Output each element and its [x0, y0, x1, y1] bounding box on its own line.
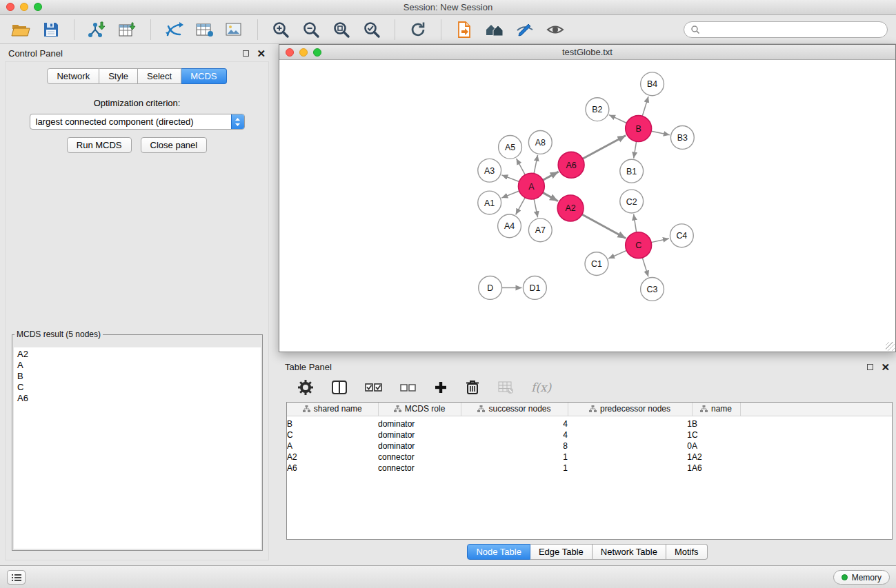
import-network-button[interactable] — [85, 18, 110, 41]
mcds-result-item[interactable]: A6 — [16, 393, 259, 404]
table-cell[interactable]: A2 — [692, 452, 740, 463]
graph-node-B3[interactable]: B3 — [670, 126, 694, 150]
delete-column-button[interactable] — [465, 379, 480, 396]
network-canvas[interactable]: B4B2BB3A5A8A6A3B1AC2A1A2A4A7C4CC1DD1C3 — [279, 61, 895, 352]
optimization-criterion-select[interactable]: largest connected component (directed) — [30, 114, 245, 130]
zoom-selected-button[interactable] — [359, 18, 384, 41]
mcds-result-list[interactable]: A2ABCA6 — [14, 347, 261, 549]
graph-node-A3[interactable]: A3 — [478, 159, 501, 182]
float-table-panel-button[interactable] — [867, 364, 873, 370]
table-cell[interactable]: A2 — [287, 452, 378, 463]
tab-select[interactable]: Select — [138, 68, 181, 84]
open-session-button[interactable] — [8, 18, 33, 41]
zoom-in-button[interactable] — [268, 18, 293, 41]
graph-node-A6[interactable]: A6 — [558, 152, 584, 178]
mcds-result-item[interactable]: A — [16, 360, 259, 371]
column-header-predecessor-nodes[interactable]: predecessor nodes — [568, 403, 692, 416]
table-cell[interactable]: B — [692, 416, 740, 429]
table-cell[interactable]: 1 — [568, 452, 692, 463]
graph-edge-C-C1[interactable] — [608, 250, 626, 258]
tab-mcds[interactable]: MCDS — [181, 68, 226, 84]
table-cell[interactable]: 0 — [568, 440, 692, 452]
table-cell[interactable]: B — [287, 416, 378, 429]
table-cell[interactable]: C — [287, 429, 378, 440]
column-header-successor-nodes[interactable]: successor nodes — [461, 403, 568, 416]
graph-edge-A-A1[interactable] — [501, 191, 519, 198]
graph-node-A1[interactable]: A1 — [478, 191, 501, 214]
graph-edge-A-A8[interactable] — [534, 155, 537, 174]
run-mcds-button[interactable]: Run MCDS — [67, 137, 132, 153]
graph-node-B4[interactable]: B4 — [641, 72, 664, 96]
table-cell[interactable]: connector — [378, 452, 461, 463]
table-cell[interactable]: 4 — [461, 416, 568, 429]
table-cell[interactable]: A — [287, 440, 378, 452]
graph-edge-B-B4[interactable] — [642, 97, 648, 116]
show-hide-button[interactable] — [543, 18, 568, 41]
table-cell[interactable]: 4 — [461, 429, 568, 440]
refresh-button[interactable] — [406, 18, 430, 41]
table-row[interactable]: A2connector11A2 — [287, 452, 892, 463]
graph-node-D1[interactable]: D1 — [523, 276, 546, 300]
memory-button[interactable]: Memory — [833, 570, 890, 585]
table-cell[interactable]: connector — [378, 463, 461, 474]
table-settings-button[interactable] — [297, 379, 314, 396]
graph-edge-B-B2[interactable] — [609, 115, 626, 123]
graph-edge-B-B1[interactable] — [634, 141, 637, 158]
export-image-button[interactable] — [222, 18, 247, 41]
graph-node-B1[interactable]: B1 — [620, 159, 644, 183]
graph-node-A5[interactable]: A5 — [499, 135, 522, 159]
graph-node-C[interactable]: C — [626, 232, 652, 258]
table-cell[interactable]: A6 — [692, 463, 740, 474]
annotation-mode-button[interactable] — [512, 18, 537, 41]
graph-node-C3[interactable]: C3 — [641, 278, 664, 301]
deselect-all-button[interactable] — [400, 382, 417, 393]
graph-edge-A-A5[interactable] — [517, 159, 526, 175]
select-all-button[interactable] — [365, 381, 383, 394]
resize-handle[interactable] — [886, 342, 895, 351]
close-table-panel-icon[interactable]: ✕ — [881, 363, 890, 371]
new-network-button[interactable] — [161, 18, 186, 41]
table-cell[interactable]: dominator — [378, 440, 461, 452]
graph-node-B[interactable]: B — [626, 116, 652, 142]
graph-edge-C-C2[interactable] — [634, 214, 637, 232]
table-cell[interactable]: 1 — [461, 452, 568, 463]
graph-edge-C-C3[interactable] — [642, 258, 648, 277]
graph-node-A4[interactable]: A4 — [498, 214, 521, 238]
graph-edge-A-A2[interactable] — [543, 192, 558, 201]
graph-node-A8[interactable]: A8 — [528, 131, 552, 154]
tab-network-table[interactable]: Network Table — [593, 544, 666, 560]
table-cell[interactable]: A — [692, 440, 740, 452]
graph-edge-A6-B[interactable] — [583, 135, 626, 159]
network-window-titlebar[interactable]: testGlobe.txt — [279, 45, 895, 60]
task-history-button[interactable] — [7, 570, 26, 585]
table-row[interactable]: Adominator80A — [287, 440, 892, 452]
table-cell[interactable]: 1 — [568, 429, 692, 440]
graph-node-A[interactable]: A — [518, 173, 544, 199]
table-cell[interactable]: 1 — [568, 416, 692, 429]
graph-node-C1[interactable]: C1 — [585, 252, 608, 276]
zoom-fit-button[interactable] — [329, 18, 354, 41]
graph-edge-A-A3[interactable] — [501, 175, 519, 182]
close-panel-button[interactable]: Close panel — [141, 137, 208, 153]
graph-node-B2[interactable]: B2 — [586, 98, 609, 121]
table-row[interactable]: Bdominator41B — [287, 416, 892, 429]
table-cell[interactable]: C — [692, 429, 740, 440]
mcds-result-item[interactable]: C — [16, 382, 259, 393]
graph-node-D[interactable]: D — [479, 276, 502, 300]
open-document-button[interactable] — [452, 18, 477, 41]
float-panel-button[interactable] — [243, 50, 249, 57]
graph-edge-A-A6[interactable] — [543, 172, 559, 180]
graph-edge-A-A4[interactable] — [516, 198, 526, 215]
zoom-out-button[interactable] — [299, 18, 323, 41]
table-cell[interactable]: dominator — [378, 416, 461, 429]
table-cell[interactable]: A6 — [287, 463, 378, 474]
table-row[interactable]: A6connector11A6 — [287, 463, 892, 474]
graph-edge-A2-C[interactable] — [582, 214, 626, 239]
graph-node-A2[interactable]: A2 — [557, 195, 584, 221]
column-header-mcds-role[interactable]: MCDS role — [378, 403, 461, 416]
search-input[interactable] — [704, 25, 881, 35]
graph-node-C2[interactable]: C2 — [620, 190, 644, 213]
save-session-button[interactable] — [39, 18, 63, 41]
table-cell[interactable]: 1 — [568, 463, 692, 474]
column-header-name[interactable]: name — [692, 403, 740, 416]
